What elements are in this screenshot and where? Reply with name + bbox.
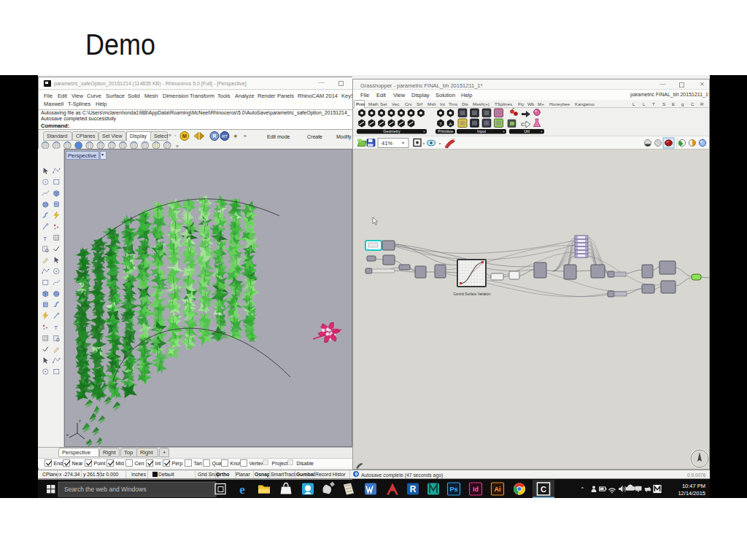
svg-text:⌃: ⌃ (580, 486, 585, 493)
svg-text:Ai: Ai (495, 486, 501, 493)
svg-text:▾: ▾ (402, 141, 404, 145)
svg-text:Util: Util (524, 129, 530, 133)
svg-text:»: » (244, 133, 247, 139)
svg-text:Geometry: Geometry (383, 129, 400, 133)
svg-text:Control Surface Variation: Control Surface Variation (454, 292, 491, 296)
svg-text:Id: Id (473, 486, 479, 493)
svg-text:✦: ✦ (233, 133, 239, 140)
svg-text:10:47 PM: 10:47 PM (682, 483, 705, 489)
svg-text:T: T (54, 324, 58, 331)
svg-text:Input: Input (477, 129, 486, 133)
svg-text:12/14/2015: 12/14/2015 (678, 490, 705, 497)
svg-text:+: + (503, 129, 505, 133)
svg-text:+: + (452, 129, 454, 133)
svg-text:+: + (541, 129, 543, 133)
svg-text:Search the web and Windows: Search the web and Windows (64, 486, 146, 493)
svg-text:z: z (79, 419, 81, 423)
svg-text:e: e (239, 483, 245, 497)
svg-text:A: A (449, 122, 452, 126)
svg-text:41%: 41% (382, 140, 392, 147)
svg-text:R: R (410, 484, 417, 494)
svg-text:+: + (423, 129, 425, 133)
svg-text:y: y (86, 440, 88, 444)
svg-text:RT: RT (222, 134, 228, 139)
svg-text:R: R (212, 133, 216, 139)
svg-text:M: M (182, 133, 187, 139)
svg-text:x: x (66, 432, 69, 437)
svg-text:Ps: Ps (449, 486, 457, 493)
svg-text:T: T (43, 236, 47, 242)
svg-text:C: C (541, 485, 546, 494)
svg-text:Primitive: Primitive (438, 129, 452, 133)
svg-text:»: » (176, 144, 179, 149)
